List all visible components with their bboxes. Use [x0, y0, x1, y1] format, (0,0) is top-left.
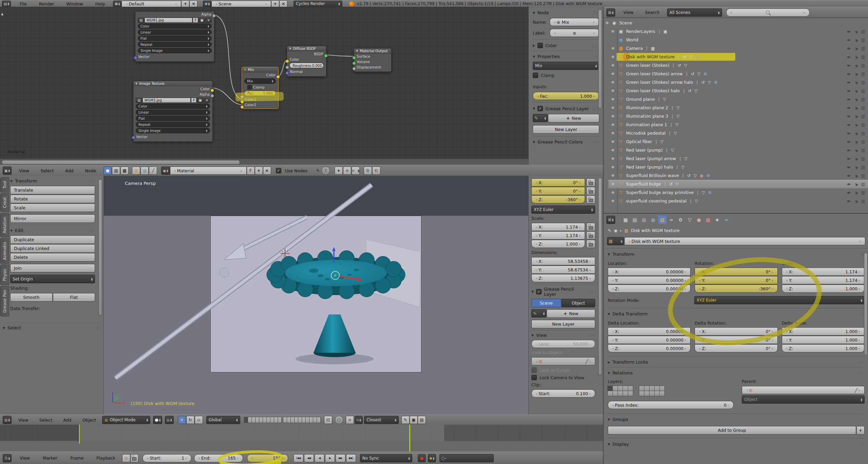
editor-type-selector[interactable]: ◷	[3, 454, 12, 462]
clip-start-field[interactable]: Start:0.100	[531, 389, 595, 398]
renderability-camera-icon[interactable]	[860, 156, 867, 161]
play-button[interactable]	[325, 454, 335, 462]
texture-nodes-tab[interactable]: ▩	[120, 167, 129, 175]
outliner-item-label[interactable]: Disk with WGM texture	[626, 54, 675, 59]
delta-location-field[interactable]: X:0.00000	[608, 327, 691, 335]
screen-layout-selector[interactable]: Default	[121, 1, 181, 7]
renderability-camera-icon[interactable]	[860, 63, 867, 68]
add-layout-button[interactable]	[181, 0, 189, 7]
current-frame-line[interactable]	[409, 425, 410, 452]
particles-tab[interactable]: ★	[713, 215, 721, 224]
join-button[interactable]: Join	[10, 264, 95, 272]
selectability-arrow-icon[interactable]	[852, 156, 860, 161]
visibility-eye-icon[interactable]	[845, 114, 852, 119]
blend-type-dropdown[interactable]: Mix	[533, 62, 599, 70]
scene-icon[interactable]: ◉	[203, 1, 211, 7]
clamp-checkbox[interactable]	[533, 73, 538, 78]
eyedropper-icon[interactable]	[855, 388, 857, 393]
outliner-item[interactable]: Green laser (Stokes) | ↺▽	[608, 61, 868, 70]
lock-icon[interactable]	[586, 178, 595, 187]
selectability-arrow-icon[interactable]	[852, 37, 860, 42]
node-label-field[interactable]: ▦	[550, 29, 599, 37]
compositing-nodes-tab[interactable]: ▤	[112, 167, 120, 175]
outliner-item[interactable]: Green laser (Stokes) halo | ↺▽	[608, 86, 868, 95]
node-editor-canvas[interactable]: ▲ Alpha ▤ WGM1.jpg F ▣ × ColorLinearFlat…	[0, 7, 528, 159]
rotation-field[interactable]: Y:0°	[695, 276, 777, 284]
color-output-socket[interactable]	[276, 75, 280, 79]
selectability-arrow-icon[interactable]	[852, 165, 860, 170]
parent-type-dropdown[interactable]: Object	[742, 395, 865, 404]
render-layers-tab[interactable]: ▤	[630, 215, 639, 224]
renderability-camera-icon[interactable]	[860, 97, 867, 102]
pencil-datablock-icon[interactable]	[533, 114, 548, 122]
selectability-arrow-icon[interactable]	[852, 63, 860, 68]
outliner-item-label[interactable]: Scene	[619, 20, 632, 25]
edit-button[interactable]: Duplicate Linked	[10, 244, 95, 253]
scrollbar-thumb[interactable]	[2, 160, 240, 165]
expand-icon[interactable]	[608, 148, 617, 152]
expand-icon[interactable]	[608, 156, 617, 161]
outliner-item-label[interactable]: Red laser (pump)	[626, 148, 663, 153]
option-dropdown[interactable]: Linear	[136, 110, 210, 115]
scale-field[interactable]: Z:1.000	[531, 240, 585, 248]
renderability-camera-icon[interactable]	[860, 46, 867, 51]
render-opengl-image-icon[interactable]: ▣	[410, 416, 418, 424]
layers-widget-2[interactable]	[283, 417, 321, 423]
object-tab[interactable]: ▧	[658, 215, 666, 224]
lock-icon[interactable]	[586, 240, 595, 248]
renderability-camera-icon[interactable]	[860, 114, 867, 119]
visibility-eye-icon[interactable]	[845, 71, 852, 76]
material-tab[interactable]: ●	[695, 215, 703, 224]
set-origin-dropdown[interactable]: Set Origin	[10, 275, 95, 283]
location-field[interactable]: Z:0.00000	[608, 285, 691, 293]
gp-new-button[interactable]: New	[547, 309, 595, 318]
menu-item[interactable]: Object	[81, 418, 98, 423]
renderability-camera-icon[interactable]	[860, 165, 867, 170]
outliner-item[interactable]: Superfluid Brillouin wave | ↺▽◉⚙	[608, 171, 868, 180]
display-panel-header[interactable]: ▼Display	[608, 442, 865, 447]
layers-grid-2[interactable]	[639, 386, 665, 396]
lock-icon[interactable]	[586, 231, 595, 239]
menu-item[interactable]: Frame	[69, 456, 85, 461]
selectability-arrow-icon[interactable]	[852, 114, 860, 119]
next-keyframe-button[interactable]	[336, 454, 345, 462]
outliner-item[interactable]: Red laser (pump) | ▽	[608, 146, 868, 154]
menu-item[interactable]: View	[18, 168, 31, 173]
surface-input-socket[interactable]	[352, 56, 356, 60]
scale-field[interactable]: Y:1.174	[782, 276, 865, 284]
render-engine-selector[interactable]: Cycles Render	[294, 1, 342, 7]
outliner-item-label[interactable]: Ground plane	[626, 97, 655, 102]
layers-grid-1[interactable]	[608, 386, 633, 396]
parent-field[interactable]: ▧	[742, 386, 865, 394]
new-layer-button[interactable]: New Layer	[533, 125, 599, 134]
expand-icon[interactable]	[608, 182, 617, 186]
color-checkbox[interactable]	[537, 43, 543, 48]
expand-icon[interactable]	[608, 199, 617, 203]
visibility-eye-icon[interactable]	[845, 165, 852, 170]
close-scene-button[interactable]	[279, 0, 287, 7]
select-panel-header[interactable]: ▼Select	[3, 325, 101, 330]
add-to-group-button[interactable]: Add to Group	[608, 426, 856, 434]
lock-icon[interactable]	[586, 195, 595, 204]
visibility-eye-icon[interactable]	[845, 63, 852, 68]
outliner-scene-row[interactable]: ◉ Scene	[604, 19, 868, 27]
outliner-item-label[interactable]: World	[626, 37, 638, 42]
groups-panel-header[interactable]: ▼Groups	[608, 417, 865, 422]
unlink-material-button[interactable]	[263, 167, 271, 175]
option-dropdown[interactable]: Flat	[138, 36, 212, 41]
delta-rotation-field[interactable]: X:0°	[695, 327, 777, 335]
outliner-item[interactable]: RenderLayers | ▣	[608, 27, 868, 36]
option-dropdown[interactable]: Color	[138, 23, 212, 29]
image-datablock[interactable]: ▤ WGM3.jpg F ▣ ×	[136, 98, 210, 103]
scale-field[interactable]: Y:1.174	[531, 231, 585, 239]
selectability-arrow-icon[interactable]	[852, 71, 860, 76]
expand-icon[interactable]	[608, 29, 617, 34]
renderability-camera-icon[interactable]	[860, 105, 867, 110]
add-scene-button[interactable]	[271, 0, 279, 7]
transform-button[interactable]: Rotate	[10, 195, 95, 203]
render-opengl-anim-icon[interactable]: ▤	[418, 416, 426, 424]
tool-shelf-tab[interactable]: Grease Pen	[0, 286, 9, 316]
normal-input-socket[interactable]	[285, 71, 289, 75]
image-texture-node-2[interactable]: ▼Image Texture Color Alpha ▤ WGM3.jpg F …	[133, 81, 213, 142]
dimension-field[interactable]: X:58.53458	[531, 257, 595, 265]
